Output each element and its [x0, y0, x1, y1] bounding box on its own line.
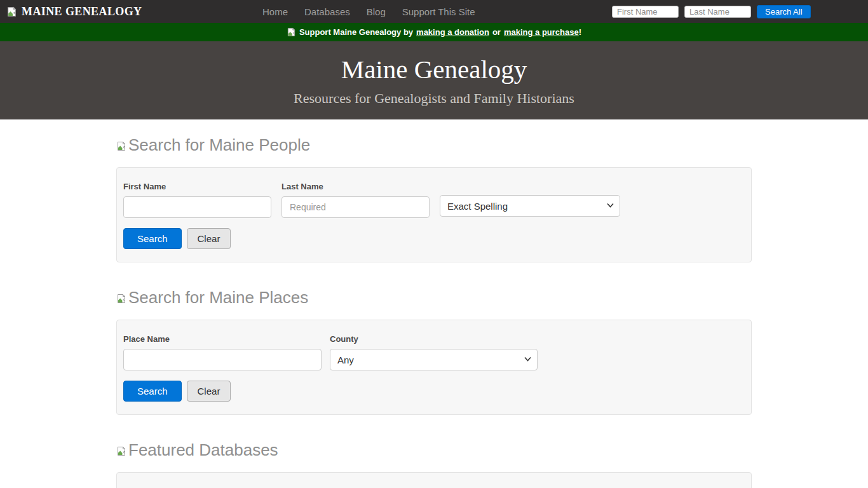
banner-text-group: making a purchase! [504, 27, 581, 37]
places-clear-button[interactable]: Clear [187, 381, 231, 402]
place-name-input[interactable] [123, 349, 322, 370]
main-content: Search for Maine People First Name Last … [116, 119, 752, 488]
people-search-heading: Search for Maine People [116, 119, 752, 155]
navbar-search-form: Search All [612, 0, 811, 23]
people-clear-button[interactable]: Clear [187, 228, 231, 249]
banner-suffix: ! [579, 27, 581, 37]
nav-item-home[interactable]: Home [262, 6, 288, 17]
site-header: Maine Genealogy Resources for Genealogis… [0, 41, 868, 119]
purchase-link[interactable]: making a purchase [504, 27, 579, 37]
banner-text: or [492, 27, 501, 37]
last-name-input[interactable] [281, 196, 430, 218]
people-search-heading-text: Search for Maine People [128, 135, 310, 155]
navbar-last-name-input[interactable] [684, 6, 751, 18]
county-select[interactable]: Any [330, 349, 538, 370]
broken-image-icon [6, 6, 17, 17]
search-all-button[interactable]: Search All [757, 5, 811, 18]
donation-link[interactable]: making a donation [416, 27, 489, 37]
navbar-first-name-input[interactable] [612, 6, 679, 18]
spelling-select[interactable]: Exact Spelling [440, 195, 620, 217]
featured-databases-heading-text: Featured Databases [128, 440, 278, 460]
support-banner: Support Maine Genealogy by making a dona… [0, 23, 868, 41]
broken-image-icon [116, 141, 126, 151]
top-navbar: MAINE GENEALOGY Home Databases Blog Supp… [0, 0, 868, 23]
first-name-input[interactable] [123, 196, 271, 218]
featured-databases-heading: Featured Databases [116, 415, 752, 460]
brand-link[interactable]: MAINE GENEALOGY [6, 5, 142, 18]
top-nav-menu: Home Databases Blog Support This Site [262, 0, 475, 23]
banner-text: Support Maine Genealogy by [299, 27, 413, 37]
broken-image-icon [287, 27, 296, 37]
people-search-panel: First Name Last Name Exact Spelling [116, 167, 752, 262]
broken-image-icon [116, 294, 126, 304]
places-search-button[interactable]: Search [123, 381, 182, 402]
site-subtitle: Resources for Genealogists and Family Hi… [0, 85, 868, 107]
last-name-label: Last Name [281, 180, 430, 191]
first-name-label: First Name [123, 180, 271, 191]
featured-databases-panel: Maine Marriages, 1892-1966, 1977-2009 Ma… [116, 472, 752, 488]
nav-item-blog[interactable]: Blog [367, 6, 386, 17]
people-search-button[interactable]: Search [123, 228, 182, 249]
places-search-heading-text: Search for Maine Places [128, 288, 308, 308]
brand-text: MAINE GENEALOGY [22, 5, 142, 18]
site-title: Maine Genealogy [0, 41, 868, 85]
broken-image-icon [116, 446, 126, 456]
nav-item-databases[interactable]: Databases [304, 6, 350, 17]
place-name-label: Place Name [123, 333, 322, 344]
places-search-heading: Search for Maine Places [116, 262, 752, 308]
places-search-panel: Place Name County Any Search Clear [116, 320, 752, 415]
nav-item-support-this-site[interactable]: Support This Site [402, 6, 475, 17]
county-label: County [330, 333, 538, 344]
